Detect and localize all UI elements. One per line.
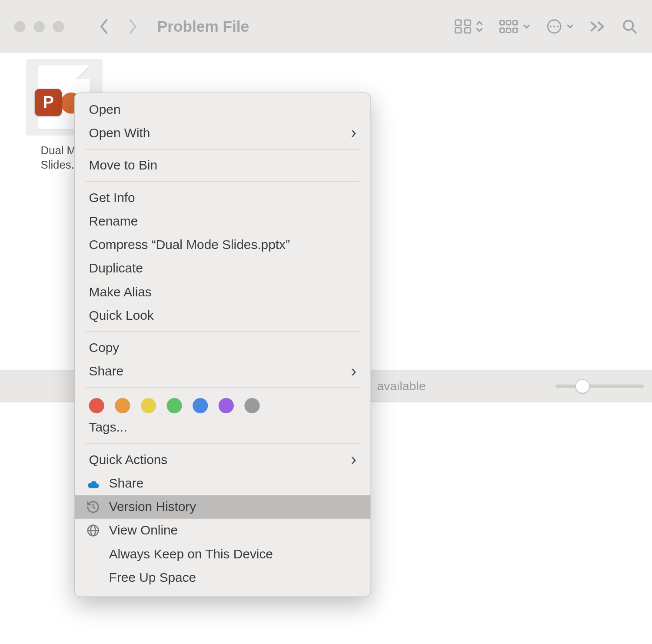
tag-color-3[interactable] bbox=[166, 398, 182, 413]
menu-separator bbox=[85, 388, 359, 388]
minimize-window-icon[interactable] bbox=[33, 21, 45, 32]
svg-point-11 bbox=[550, 26, 552, 27]
menu-quick-look[interactable]: Quick Look bbox=[75, 304, 370, 327]
group-button[interactable] bbox=[499, 19, 531, 34]
powerpoint-badge-icon: P bbox=[35, 89, 62, 116]
file-label-line1: Dual M bbox=[40, 144, 76, 156]
zoom-window-icon[interactable] bbox=[53, 21, 64, 32]
tag-color-2[interactable] bbox=[141, 398, 156, 413]
menu-make-alias[interactable]: Make Alias bbox=[75, 280, 370, 304]
menu-separator bbox=[85, 149, 359, 149]
menu-copy[interactable]: Copy bbox=[75, 336, 370, 360]
svg-point-12 bbox=[553, 26, 555, 27]
menu-separator bbox=[85, 181, 359, 182]
svg-rect-6 bbox=[513, 20, 517, 24]
back-button[interactable] bbox=[93, 15, 116, 38]
menu-qa-free-up[interactable]: Free Up Space bbox=[75, 566, 370, 589]
menu-qa-share[interactable]: Share bbox=[75, 471, 370, 495]
menu-qa-version-history[interactable]: Version History bbox=[75, 495, 370, 519]
view-icons-button[interactable] bbox=[454, 19, 484, 34]
icon-size-slider[interactable] bbox=[556, 384, 644, 388]
forward-button[interactable] bbox=[121, 15, 144, 38]
toolbar-right bbox=[454, 18, 638, 35]
menu-separator bbox=[85, 443, 359, 444]
history-icon bbox=[85, 499, 100, 515]
window-title: Problem File bbox=[157, 17, 449, 36]
menu-move-to-bin[interactable]: Move to Bin bbox=[75, 154, 370, 177]
globe-icon bbox=[85, 523, 100, 538]
file-label-line2: Slides. bbox=[40, 158, 74, 170]
tag-color-5[interactable] bbox=[219, 398, 234, 413]
onedrive-icon bbox=[85, 476, 100, 491]
svg-rect-5 bbox=[506, 20, 510, 24]
svg-rect-4 bbox=[500, 20, 504, 24]
svg-rect-2 bbox=[455, 28, 461, 33]
close-window-icon[interactable] bbox=[14, 21, 26, 32]
svg-rect-0 bbox=[455, 20, 461, 25]
finder-toolbar: Problem File bbox=[0, 0, 652, 53]
menu-open[interactable]: Open bbox=[75, 98, 370, 121]
svg-rect-1 bbox=[465, 20, 471, 25]
svg-point-13 bbox=[557, 26, 559, 27]
slider-knob-icon[interactable] bbox=[575, 379, 590, 393]
menu-open-with[interactable]: Open With bbox=[75, 121, 370, 145]
svg-line-15 bbox=[632, 29, 636, 33]
status-text: available bbox=[377, 379, 426, 393]
menu-duplicate[interactable]: Duplicate bbox=[75, 257, 370, 280]
tag-color-4[interactable] bbox=[193, 398, 208, 413]
menu-quick-actions[interactable]: Quick Actions bbox=[75, 448, 370, 471]
menu-tag-colors bbox=[75, 392, 370, 415]
tag-color-0[interactable] bbox=[89, 398, 104, 413]
svg-rect-9 bbox=[513, 28, 517, 32]
menu-share[interactable]: Share bbox=[75, 360, 370, 383]
menu-rename[interactable]: Rename bbox=[75, 209, 370, 233]
menu-get-info[interactable]: Get Info bbox=[75, 186, 370, 209]
svg-rect-8 bbox=[506, 28, 510, 32]
svg-rect-3 bbox=[465, 28, 471, 33]
action-button[interactable] bbox=[546, 18, 574, 35]
traffic-lights bbox=[14, 21, 64, 32]
menu-qa-always-keep[interactable]: Always Keep on This Device bbox=[75, 542, 370, 566]
menu-qa-view-online[interactable]: View Online bbox=[75, 519, 370, 542]
context-menu: Open Open With Move to Bin Get Info Rena… bbox=[74, 93, 371, 597]
svg-rect-7 bbox=[500, 28, 504, 32]
tag-color-1[interactable] bbox=[115, 398, 130, 413]
overflow-button[interactable] bbox=[589, 20, 606, 33]
menu-tags[interactable]: Tags... bbox=[75, 416, 370, 439]
menu-compress[interactable]: Compress “Dual Mode Slides.pptx” bbox=[75, 233, 370, 257]
search-button[interactable] bbox=[622, 18, 638, 35]
menu-separator bbox=[85, 332, 359, 332]
tag-color-6[interactable] bbox=[244, 398, 259, 413]
